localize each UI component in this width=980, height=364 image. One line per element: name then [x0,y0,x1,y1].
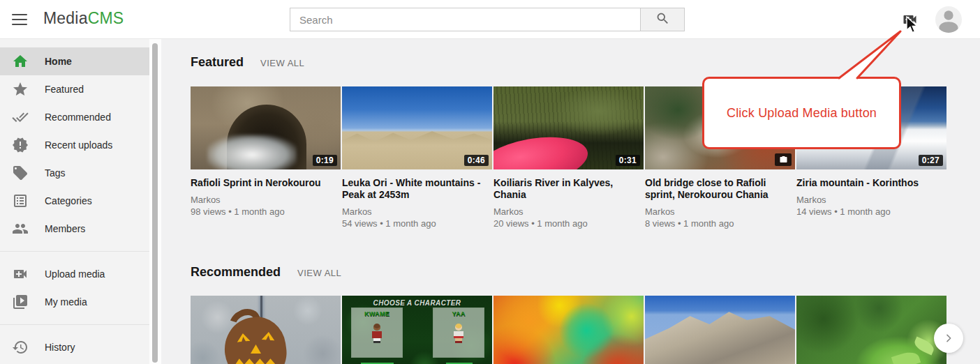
media-card: CHOOSE A CHARACTER KWAME YAA Selected Se… [342,296,492,364]
featured-section-header: Featured VIEW ALL [191,55,304,70]
sidebar-divider [0,251,149,252]
media-card [645,296,795,364]
video-thumbnail[interactable]: 0:19 [191,86,341,169]
sidebar-item-label: My media [45,296,87,308]
video-call-icon [900,18,919,30]
video-thumbnail[interactable]: 0:46 [342,86,492,169]
sidebar-item-label: Recent uploads [45,139,112,151]
video-thumbnail[interactable] [796,296,946,364]
sidebar-scrollbar[interactable] [152,43,158,363]
section-title: Recommended [191,265,281,280]
sidebar-item-categories[interactable]: Categories [0,187,149,215]
sidebar-item-label: Upload media [45,268,105,280]
media-meta: 98 views • 1 month ago [191,206,341,218]
recommended-card-row: CHOOSE A CHARACTER KWAME YAA Selected Se… [191,296,946,364]
my-media-icon [12,294,29,310]
mediacms-app: MediaCMS Home Featured [0,0,980,364]
media-author[interactable]: Markos [645,206,795,218]
sidebar-item-tags[interactable]: Tags [0,159,149,187]
sidebar-item-home[interactable]: Home [0,47,149,75]
media-title[interactable]: Rafioli Sprint in Nerokourou [191,177,341,189]
media-card: 0:31 Koiliaris River in Kalyves, Chania … [493,86,644,229]
sidebar-item-label: Tags [45,167,66,179]
home-icon [12,53,29,70]
categories-icon [12,192,29,209]
video-thumbnail[interactable] [191,296,341,364]
game-character-name: KWAME [352,310,402,317]
game-character-name: YAA [433,310,484,317]
sidebar-item-featured[interactable]: Featured [0,75,149,103]
media-title[interactable]: Ziria mountain - Korinthos [796,177,946,189]
media-card [493,296,644,364]
carousel-next-button[interactable] [934,324,963,353]
hamburger-menu-icon[interactable] [10,10,29,29]
sidebar-item-history[interactable]: History [0,333,149,361]
media-card [191,296,341,364]
sidebar-item-my-media[interactable]: My media [0,288,149,316]
video-thumbnail[interactable] [493,296,644,364]
done-all-icon [12,109,29,126]
featured-view-all-link[interactable]: VIEW ALL [260,58,304,68]
user-avatar[interactable] [935,6,962,33]
sidebar: Home Featured Recommended Recent uploads… [0,39,149,364]
person-icon [935,6,962,33]
sidebar-item-recent-uploads[interactable]: Recent uploads [0,131,149,159]
logo-media: Media [43,9,88,27]
duration-badge: 0:46 [464,155,489,166]
new-releases-icon [12,137,29,153]
video-thumbnail[interactable] [645,296,795,364]
media-meta: 20 views • 1 month ago [493,218,644,229]
photo-badge [775,153,792,166]
sidebar-item-label: Members [45,223,85,234]
game-overlay-title: CHOOSE A CHARACTER [342,299,492,307]
media-card [796,296,946,364]
sidebar-item-upload-media[interactable]: Upload media [0,260,149,288]
media-card: 0:46 Leuka Ori - White mountains - Peak … [342,86,492,229]
media-author[interactable]: Markos [342,206,492,218]
media-meta: 8 views • 1 month ago [645,218,795,229]
members-icon [12,220,29,237]
search-icon [655,11,670,29]
media-card: 0:19 Rafioli Sprint in Nerokourou Markos… [191,86,341,229]
duration-badge: 0:31 [616,155,640,166]
media-meta: 14 views • 1 month ago [796,206,946,218]
media-title[interactable]: Koiliaris River in Kalyves, Chania [493,177,644,201]
sidebar-item-label: Recommended [45,112,111,123]
sidebar-item-label: History [45,342,75,353]
media-author[interactable]: Markos [796,194,946,206]
media-author[interactable]: Markos [493,206,644,218]
annotation-callout: Click Upload Media button [702,77,901,149]
upload-media-button[interactable] [900,11,920,28]
sidebar-item-label: Featured [45,84,84,95]
media-author[interactable]: Markos [191,194,341,206]
chevron-right-icon [943,333,954,344]
media-meta: 54 views • 1 month ago [342,218,492,229]
video-thumbnail[interactable]: CHOOSE A CHARACTER KWAME YAA Selected Se… [342,296,492,364]
recommended-section-header: Recommended VIEW ALL [191,265,341,280]
top-bar: MediaCMS [0,0,980,39]
sidebar-item-label: Home [45,56,72,67]
logo-cms: CMS [88,9,124,27]
section-title: Featured [191,55,244,70]
search-button[interactable] [641,8,685,31]
sidebar-item-members[interactable]: Members [0,215,149,243]
search-input[interactable] [290,8,641,31]
camera-icon [779,156,788,164]
logo[interactable]: MediaCMS [43,9,124,28]
sidebar-item-recommended[interactable]: Recommended [0,103,149,131]
annotation-text: Click Upload Media button [727,106,877,121]
search-bar [290,8,685,31]
sidebar-item-label: Categories [45,195,92,206]
star-icon [12,81,29,98]
duration-badge: 0:27 [919,155,943,166]
history-icon [12,339,29,356]
video-thumbnail[interactable]: 0:31 [493,86,644,169]
upload-media-icon [12,266,29,282]
recommended-view-all-link[interactable]: VIEW ALL [297,268,341,278]
media-title[interactable]: Old bridge close to Rafioli sprint, Nero… [645,177,795,201]
media-title[interactable]: Leuka Ori - White mountains - Peak at 24… [342,177,492,201]
tag-icon [12,165,29,181]
duration-badge: 0:19 [313,155,337,166]
sidebar-divider [0,324,149,325]
